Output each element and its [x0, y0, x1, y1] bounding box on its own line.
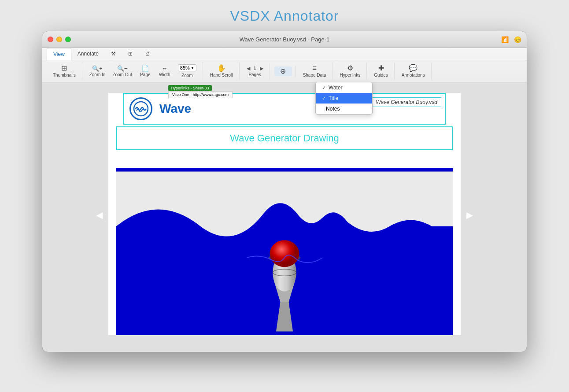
annotations-label: Annotations — [402, 73, 425, 78]
doc-filename-label: Wave Generator Buoy.vsd — [372, 97, 441, 107]
hyperlink-visio: Visio One — [172, 92, 189, 97]
wave-logo-icon — [133, 101, 149, 117]
hyperlink-detail: Visio One http://www.ragx.com — [168, 91, 233, 98]
doc-title: Wave — [159, 102, 191, 116]
hyperlinks-label: Hyperlinks — [340, 73, 360, 78]
zoom-input-group[interactable]: 85% ▼ Zoom — [175, 63, 199, 79]
zoom-out-button[interactable]: 🔍− Zoom Out — [110, 64, 134, 78]
svg-point-7 — [270, 240, 299, 267]
doc-subtitle: Wave Generator Drawing — [116, 126, 453, 150]
doc-header-area: Hyperlinks - Sheet-33 Visio One http://w… — [115, 93, 454, 125]
wave-svg — [116, 168, 453, 335]
layer-water-check: ✓ — [322, 85, 326, 91]
pages-nav: ◀ 1 ▶ — [247, 66, 263, 71]
zoom-label: Zoom — [181, 73, 193, 78]
pages-group: ◀ 1 ▶ Pages — [240, 63, 270, 79]
zoom-in-icon: 🔍+ — [92, 66, 103, 71]
user-icon: 😊 — [514, 36, 521, 43]
layers-button[interactable]: ⊕ — [274, 67, 292, 76]
guides-group: ✚ Guides — [368, 63, 395, 80]
ribbon: View Annotate ⚒ ⊞ 🖨 ⊞ Thumbnails 🔍+ Zoom… — [42, 48, 527, 82]
zoom-out-icon: 🔍− — [117, 66, 128, 71]
thumbnails-button[interactable]: ⊞ Thumbnails — [50, 63, 78, 79]
layer-title-label: Title — [329, 95, 338, 101]
title-bar-right: 📶 😊 — [501, 36, 521, 43]
main-content: ◀ ▶ Hyperlinks - Sheet-33 Visio One http… — [42, 82, 527, 352]
document-canvas: Hyperlinks - Sheet-33 Visio One http://w… — [108, 93, 461, 335]
annotations-button[interactable]: 💬 Annotations — [399, 63, 428, 79]
guides-button[interactable]: ✚ Guides — [371, 63, 391, 79]
width-icon: ↔ — [162, 65, 168, 71]
zoom-out-label: Zoom Out — [112, 72, 132, 77]
maximize-button[interactable] — [65, 37, 71, 42]
mac-window: Wave Generator Buoy.vsd - Page-1 📶 😊 Vie… — [42, 31, 527, 352]
minimize-button[interactable] — [56, 37, 62, 42]
next-page-arrow[interactable]: ▶ — [466, 210, 473, 220]
window-title: Wave Generator Buoy.vsd - Page-1 — [240, 36, 329, 43]
hand-scroll-button[interactable]: ✋ Hand Scroll — [207, 63, 236, 79]
canvas-container: ◀ ▶ Hyperlinks - Sheet-33 Visio One http… — [108, 87, 461, 343]
layer-notes-item[interactable]: Notes — [316, 104, 372, 114]
layer-title-item[interactable]: ✓ Title — [316, 93, 372, 104]
hyperlinks-icon: ⚙ — [347, 65, 353, 72]
shape-data-label: Shape Data — [303, 73, 326, 78]
wave-drawing — [116, 168, 453, 335]
tab-annotate[interactable]: Annotate — [71, 48, 105, 60]
annotations-icon: 💬 — [409, 65, 418, 72]
pages-prev-icon[interactable]: ◀ — [247, 66, 250, 71]
annotations-group: 💬 Annotations — [395, 63, 432, 80]
traffic-lights — [48, 37, 71, 42]
thumbnails-group: ⊞ Thumbnails — [47, 63, 82, 80]
hyperlinks-group: ⚙ Hyperlinks — [333, 63, 367, 80]
tab-tool1[interactable]: ⚒ — [105, 48, 122, 60]
layer-notes-check — [322, 106, 323, 111]
layer-notes-label: Notes — [326, 106, 340, 112]
title-bar: Wave Generator Buoy.vsd - Page-1 📶 😊 — [42, 31, 527, 48]
guides-label: Guides — [374, 73, 388, 78]
layers-dropdown: ✓ Water ✓ Title Notes — [315, 82, 373, 115]
width-label: Width — [159, 72, 170, 77]
layers-group: ⊕ — [271, 66, 296, 77]
layer-water-item[interactable]: ✓ Water — [316, 82, 372, 93]
close-button[interactable] — [48, 37, 53, 42]
guides-icon: ✚ — [378, 65, 384, 72]
ribbon-tabs: View Annotate ⚒ ⊞ 🖨 — [42, 48, 527, 60]
page-button[interactable]: 📄 Page — [137, 64, 154, 78]
page-icon: 📄 — [141, 65, 149, 71]
wifi-icon: 📶 — [501, 36, 509, 43]
shape-data-icon: ≡ — [312, 65, 316, 72]
doc-logo — [129, 97, 152, 120]
hand-scroll-icon: ✋ — [217, 65, 226, 72]
width-button[interactable]: ↔ Width — [156, 64, 174, 78]
zoom-value[interactable]: 85% ▼ — [178, 64, 196, 71]
layers-icon: ⊕ — [280, 68, 286, 75]
pages-nav-button[interactable]: ◀ 1 ▶ Pages — [244, 64, 266, 78]
zoom-in-button[interactable]: 🔍+ Zoom In — [87, 64, 108, 78]
pages-next-icon[interactable]: ▶ — [260, 66, 263, 71]
page-label: Page — [140, 72, 150, 77]
shape-data-group: ≡ Shape Data — [297, 63, 333, 80]
app-title: VSDX Annotator — [230, 8, 339, 24]
hyperlink-url: http://www.ragx.com — [193, 92, 229, 97]
layer-title-check: ✓ — [322, 96, 326, 101]
zoom-group: 🔍+ Zoom In 🔍− Zoom Out 📄 Page ↔ Width — [83, 62, 203, 80]
tab-print[interactable]: 🖨 — [139, 48, 156, 60]
zoom-value-text: 85% — [180, 65, 190, 70]
thumbnails-label: Thumbnails — [53, 73, 76, 78]
zoom-dropdown-icon[interactable]: ▼ — [191, 66, 194, 70]
hyperlinks-button[interactable]: ⚙ Hyperlinks — [337, 63, 363, 79]
tab-tool2[interactable]: ⊞ — [122, 48, 139, 60]
thumbnails-icon: ⊞ — [61, 65, 67, 72]
pages-current: 1 — [252, 66, 258, 71]
hand-scroll-label: Hand Scroll — [210, 73, 233, 78]
zoom-in-label: Zoom In — [89, 72, 106, 77]
ribbon-tools: ⊞ Thumbnails 🔍+ Zoom In 🔍− Zoom Out 📄 Pa… — [42, 60, 527, 82]
prev-page-arrow[interactable]: ◀ — [96, 210, 103, 220]
tab-view[interactable]: View — [47, 48, 71, 60]
shape-data-button[interactable]: ≡ Shape Data — [300, 63, 329, 79]
hand-scroll-group: ✋ Hand Scroll — [204, 63, 240, 80]
layer-water-label: Water — [329, 85, 343, 91]
pages-label: Pages — [248, 72, 261, 77]
hyperlink-tooltip: Hyperlinks - Sheet-33 — [168, 85, 212, 91]
